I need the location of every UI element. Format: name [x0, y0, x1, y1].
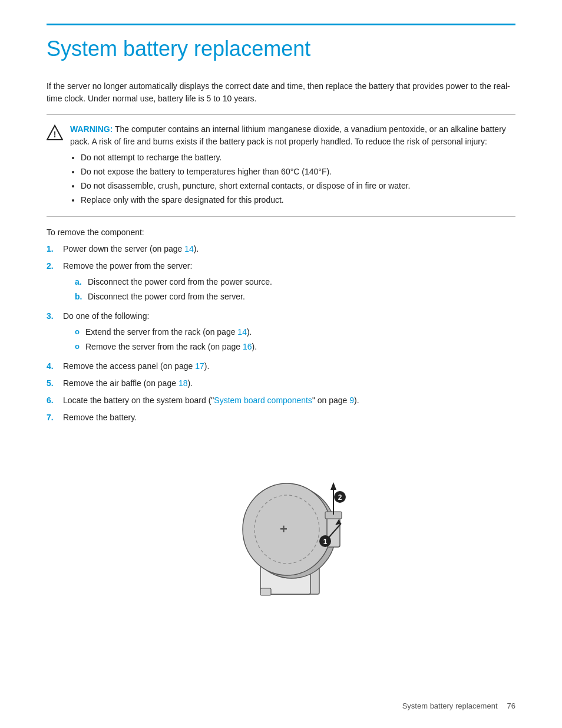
step-3-circle-list: o Extend the server from the rack (on pa…	[75, 326, 515, 353]
step-2: 2. Remove the power from the server: a. …	[47, 260, 515, 305]
step-3-c1-link[interactable]: 14	[237, 327, 247, 337]
step-3-num: 3.	[47, 310, 63, 322]
step-1: 1. Power down the server (on page 14).	[47, 243, 515, 255]
step-5-before: Remove the air baffle (on page	[63, 378, 178, 388]
arrow-2: 2	[330, 482, 346, 515]
step-7-content: Remove the battery.	[63, 411, 515, 424]
step-3-circle-1-text: Extend the server from the rack (on page…	[85, 326, 252, 338]
step-2a-label: a.	[75, 276, 88, 288]
step-7-num: 7.	[47, 411, 63, 424]
intro-text: If the server no longer automatically di…	[47, 80, 515, 105]
warning-text: The computer contains an internal lithiu…	[70, 124, 506, 146]
warning-bullet: Do not disassemble, crush, puncture, sho…	[81, 180, 515, 192]
step-6-content: Locate the battery on the system board (…	[63, 394, 515, 407]
top-border	[47, 24, 515, 25]
battery-illustration: + 1 2	[47, 438, 515, 615]
step-2b-label: b.	[75, 291, 88, 303]
step-5-after: ).	[187, 378, 193, 388]
step-1-text-after: ).	[194, 244, 199, 253]
step-5-num: 5.	[47, 377, 63, 390]
step-4-before: Remove the access panel (on page	[63, 361, 195, 371]
svg-text:2: 2	[338, 493, 342, 502]
section-intro: To remove the component:	[47, 228, 515, 237]
step-6-before: Locate the battery on the system board (…	[63, 396, 214, 405]
svg-text:!: !	[54, 130, 57, 139]
warning-bullet: Replace only with the spare designated f…	[81, 194, 515, 206]
page: System battery replacement If the server…	[0, 0, 562, 728]
warning-box: ! WARNING: The computer contains an inte…	[47, 114, 515, 217]
step-1-num: 1.	[47, 243, 63, 255]
step-3-content: Do one of the following: o Extend the se…	[63, 310, 515, 355]
step-5-link[interactable]: 18	[178, 378, 188, 388]
step-7-text: Remove the battery.	[63, 413, 137, 422]
svg-marker-16	[330, 482, 336, 490]
step-7: 7. Remove the battery.	[47, 411, 515, 424]
step-2a: a. Disconnect the power cord from the po…	[75, 276, 515, 288]
step-3-circle-2-text: Remove the server from the rack (on page…	[85, 341, 257, 353]
footer-page-num: 76	[507, 701, 515, 710]
step-2-text: Remove the power from the server:	[63, 261, 192, 271]
step-6-link1[interactable]: System board components	[214, 396, 312, 405]
battery-svg: + 1 2	[204, 438, 358, 615]
step-3-c2-before: Remove the server from the rack (on page	[85, 342, 243, 351]
step-4: 4. Remove the access panel (on page 17).	[47, 360, 515, 373]
step-2-num: 2.	[47, 260, 63, 272]
step-3-circle-1: o Extend the server from the rack (on pa…	[75, 326, 515, 338]
warning-bullet: Do not expose the battery to temperature…	[81, 166, 515, 178]
footer-text: System battery replacement	[402, 701, 498, 710]
warning-bullet: Do not attempt to recharge the battery.	[81, 151, 515, 164]
svg-text:+: +	[280, 522, 287, 536]
step-2a-text: Disconnect the power cord from the power…	[88, 276, 272, 288]
step-6-num: 6.	[47, 394, 63, 407]
step-3: 3. Do one of the following: o Extend the…	[47, 310, 515, 355]
warning-label: WARNING:	[70, 124, 113, 134]
svg-text:1: 1	[323, 538, 328, 546]
step-3-c1-before: Extend the server from the rack (on page	[85, 327, 237, 337]
step-4-content: Remove the access panel (on page 17).	[63, 360, 515, 373]
step-2b-text: Disconnect the power cord from the serve…	[88, 291, 245, 303]
step-5-content: Remove the air baffle (on page 18).	[63, 377, 515, 390]
step-6: 6. Locate the battery on the system boar…	[47, 394, 515, 407]
step-3-c1-after: ).	[247, 327, 252, 337]
step-2b: b. Disconnect the power cord from the se…	[75, 291, 515, 303]
step-3-c2-after: ).	[252, 342, 257, 351]
numbered-list: 1. Power down the server (on page 14). 2…	[47, 243, 515, 424]
circle-bullet-1: o	[75, 326, 85, 338]
warning-bullets: Do not attempt to recharge the battery. …	[81, 151, 515, 206]
svg-rect-4	[260, 588, 271, 595]
step-2-alpha-list: a. Disconnect the power cord from the po…	[75, 276, 515, 303]
footer: System battery replacement 76	[402, 701, 515, 710]
step-1-content: Power down the server (on page 14).	[63, 243, 515, 255]
step-4-after: ).	[204, 361, 210, 371]
step-4-num: 4.	[47, 360, 63, 373]
page-title: System battery replacement	[47, 36, 515, 61]
step-1-text-before: Power down the server (on page	[63, 244, 184, 253]
warning-content: WARNING: The computer contains an intern…	[70, 123, 515, 208]
step-5: 5. Remove the air baffle (on page 18).	[47, 377, 515, 390]
step-2-content: Remove the power from the server: a. Dis…	[63, 260, 515, 305]
step-3-circle-2: o Remove the server from the rack (on pa…	[75, 341, 515, 353]
step-6-link2[interactable]: 9	[349, 396, 354, 405]
step-6-middle: " on page	[312, 396, 349, 405]
circle-bullet-2: o	[75, 341, 85, 353]
step-3-text: Do one of the following:	[63, 311, 149, 321]
warning-icon: !	[47, 124, 63, 143]
step-4-link[interactable]: 17	[195, 361, 204, 371]
step-1-link[interactable]: 14	[184, 244, 194, 253]
step-3-c2-link[interactable]: 16	[243, 342, 252, 351]
step-6-after: ).	[354, 396, 359, 405]
